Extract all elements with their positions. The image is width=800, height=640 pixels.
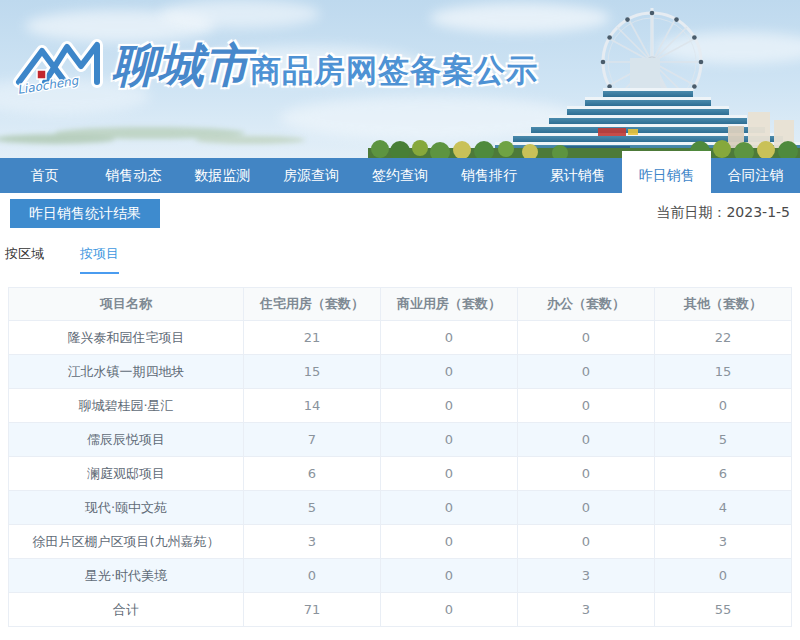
cell-office: 0 — [517, 321, 654, 355]
cell-other: 0 — [654, 559, 791, 593]
cell-office: 0 — [517, 525, 654, 559]
cell-office: 3 — [517, 559, 654, 593]
cell-other: 6 — [654, 457, 791, 491]
cell-residential: 5 — [243, 491, 380, 525]
nav-item-cumulative-sales[interactable]: 累计销售 — [533, 158, 622, 193]
table-header-row: 项目名称 住宅用房（套数） 商业用房（套数） 办公（套数） 其他（套数） — [9, 288, 792, 321]
view-tabs: 按区域 按项目 — [5, 245, 800, 274]
main-content: 昨日销售统计结果 当前日期：2023-1-5 按区域 按项目 项目名称 住宅用房… — [0, 193, 800, 627]
main-navigation: 首页 销售动态 数据监测 房源查询 签约查询 销售排行 累计销售 昨日销售 合同… — [0, 158, 800, 193]
tab-by-region[interactable]: 按区域 — [5, 245, 44, 274]
cell-project-name: 星光·时代美境 — [9, 559, 244, 593]
cell-residential: 7 — [243, 423, 380, 457]
nav-item-sales-trends[interactable]: 销售动态 — [89, 158, 178, 193]
cell-project-name: 现代·颐中文苑 — [9, 491, 244, 525]
table-row: 现代·颐中文苑 5 0 0 4 — [9, 491, 792, 525]
site-logo-icon: Liaocheng — [12, 36, 108, 98]
col-header-commercial: 商业用房（套数） — [380, 288, 517, 321]
cell-project-name: 隆兴泰和园住宅项目 — [9, 321, 244, 355]
cell-office: 0 — [517, 457, 654, 491]
yesterday-sales-table: 项目名称 住宅用房（套数） 商业用房（套数） 办公（套数） 其他（套数） 隆兴泰… — [8, 287, 792, 627]
table-row: 隆兴泰和园住宅项目 21 0 0 22 — [9, 321, 792, 355]
cell-project-name: 澜庭观邸项目 — [9, 457, 244, 491]
cell-office: 0 — [517, 389, 654, 423]
site-name: 聊城市 — [112, 34, 250, 96]
col-header-residential: 住宅用房（套数） — [243, 288, 380, 321]
cell-other: 4 — [654, 491, 791, 525]
cell-commercial: 0 — [380, 355, 517, 389]
banner: Liaocheng 聊城市 商品房网签备案公示 — [0, 0, 800, 158]
cell-other: 0 — [654, 389, 791, 423]
cell-commercial: 0 — [380, 525, 517, 559]
table-row: 徐田片区棚户区项目(九州嘉苑） 3 0 0 3 — [9, 525, 792, 559]
cell-commercial: 0 — [380, 491, 517, 525]
nav-item-listing-search[interactable]: 房源查询 — [267, 158, 356, 193]
table-row: 星光·时代美境 0 0 3 0 — [9, 559, 792, 593]
cell-residential: 21 — [243, 321, 380, 355]
cell-project-name: 江北水镇一期四地块 — [9, 355, 244, 389]
table-row: 儒辰辰悦项目 7 0 0 5 — [9, 423, 792, 457]
cell-residential-total: 71 — [243, 593, 380, 627]
cell-other: 15 — [654, 355, 791, 389]
cell-commercial: 0 — [380, 457, 517, 491]
table-total-row: 合计 71 0 3 55 — [9, 593, 792, 627]
col-header-other: 其他（套数） — [654, 288, 791, 321]
col-header-project-name: 项目名称 — [9, 288, 244, 321]
cell-residential: 0 — [243, 559, 380, 593]
cell-project-name: 聊城碧桂园·星汇 — [9, 389, 244, 423]
table-row: 聊城碧桂园·星汇 14 0 0 0 — [9, 389, 792, 423]
cell-office: 0 — [517, 423, 654, 457]
cell-residential: 15 — [243, 355, 380, 389]
site-title: 商品房网签备案公示 — [250, 50, 538, 92]
cell-project-name: 儒辰辰悦项目 — [9, 423, 244, 457]
cell-residential: 14 — [243, 389, 380, 423]
cell-commercial: 0 — [380, 321, 517, 355]
nav-item-contract-cancellation[interactable]: 合同注销 — [711, 158, 800, 193]
cell-other: 5 — [654, 423, 791, 457]
site-brand[interactable]: Liaocheng 聊城市 商品房网签备案公示 — [12, 34, 572, 104]
cell-commercial: 0 — [380, 559, 517, 593]
page-title: 昨日销售统计结果 — [10, 199, 160, 228]
nav-item-sales-ranking[interactable]: 销售排行 — [444, 158, 533, 193]
col-header-office: 办公（套数） — [517, 288, 654, 321]
current-date-label: 当前日期：2023-1-5 — [656, 204, 790, 222]
cell-project-name: 徐田片区棚户区项目(九州嘉苑） — [9, 525, 244, 559]
nav-item-data-monitor[interactable]: 数据监测 — [178, 158, 267, 193]
nav-item-contract-search[interactable]: 签约查询 — [356, 158, 445, 193]
cell-office: 0 — [517, 491, 654, 525]
cell-commercial: 0 — [380, 423, 517, 457]
cell-other: 22 — [654, 321, 791, 355]
cell-other-total: 55 — [654, 593, 791, 627]
cell-commercial: 0 — [380, 389, 517, 423]
cell-office: 0 — [517, 355, 654, 389]
cell-other: 3 — [654, 525, 791, 559]
nav-item-home[interactable]: 首页 — [0, 158, 89, 193]
nav-item-yesterday-sales[interactable]: 昨日销售 — [622, 151, 711, 193]
table-row: 江北水镇一期四地块 15 0 0 15 — [9, 355, 792, 389]
cell-commercial-total: 0 — [380, 593, 517, 627]
cell-total-label: 合计 — [9, 593, 244, 627]
cell-office-total: 3 — [517, 593, 654, 627]
tab-by-project[interactable]: 按项目 — [80, 245, 119, 274]
cell-residential: 3 — [243, 525, 380, 559]
table-row: 澜庭观邸项目 6 0 0 6 — [9, 457, 792, 491]
cell-residential: 6 — [243, 457, 380, 491]
